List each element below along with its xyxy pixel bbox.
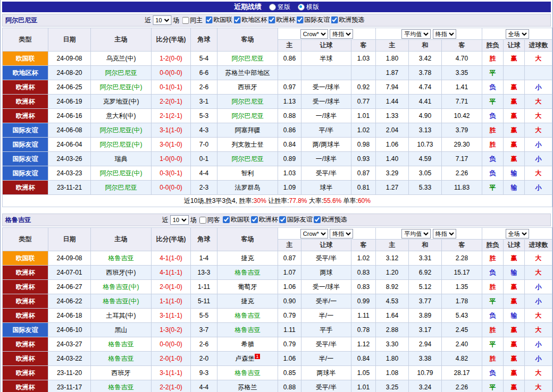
match-row: 欧国联24-09-08乌克兰(中)1-2(0-0)5-4阿尔巴尼亚0.86半球1… — [3, 52, 552, 66]
bookmaker-select[interactable]: Crow* — [300, 229, 328, 238]
avg-stage-select[interactable]: 终指 — [433, 29, 456, 39]
bookmaker-select[interactable]: Crow* — [300, 29, 328, 39]
home-team: 格鲁吉亚(中) — [91, 280, 152, 294]
col-header-handicap: 让球 — [504, 40, 525, 52]
competition-checkbox[interactable] — [233, 16, 240, 23]
same-venue-checkbox[interactable] — [199, 217, 206, 224]
odds-handicap: 受平/半 — [301, 166, 351, 181]
match-score: 1-0(0-0) — [152, 152, 191, 166]
avg-draw: 3.38 — [409, 352, 442, 366]
competition-filter[interactable]: 欧洲预选 — [330, 15, 364, 24]
home-team: 意大利(中) — [91, 109, 152, 123]
corner-score: 4-4 — [191, 166, 217, 181]
odds-handicap: 受平/半 — [301, 337, 351, 352]
col-header-avg-away: 客 — [442, 240, 482, 251]
recent-count-select[interactable]: 10 — [170, 215, 189, 225]
avg-home: 1.20 — [376, 266, 409, 280]
away-team: 格鲁吉亚 — [217, 366, 278, 380]
away-team: 捷克 — [217, 294, 278, 309]
recent-count-select[interactable]: 10 — [153, 15, 171, 25]
away-team: 苏格兰中部地区 — [217, 66, 278, 80]
odds-handicap: 受一/球半 — [301, 280, 351, 294]
col-header-result: 胜负 — [482, 240, 504, 251]
view-option-vertical[interactable]: 竖版 — [269, 3, 290, 12]
match-score: 2-1(2-1) — [152, 109, 191, 123]
view-option-horizontal[interactable]: 横版 — [298, 3, 319, 12]
same-venue-checkbox[interactable] — [182, 17, 189, 24]
match-score: 0-0(0-0) — [152, 337, 191, 352]
match-date: 23-11-17 — [48, 380, 91, 392]
competition-checkbox[interactable] — [331, 16, 338, 23]
match-date: 24-03-26 — [48, 152, 91, 166]
match-row: 欧洲杯24-06-27格鲁吉亚(中)2-0(1-0)1-11葡萄牙1.06受一/… — [3, 280, 552, 294]
away-team: 格鲁吉亚 — [217, 266, 278, 280]
match-type-badge: 欧洲杯 — [3, 266, 48, 280]
odds-away: 0.98 — [351, 138, 376, 152]
same-venue-filter[interactable]: 同客 — [198, 216, 220, 225]
competition-filter[interactable]: 欧洲预选 — [313, 215, 347, 224]
scope-select[interactable]: 全场 — [506, 29, 529, 39]
competition-checkbox[interactable] — [314, 216, 321, 223]
home-team: 西班牙(中) — [91, 266, 152, 280]
col-header-date: 日期 — [48, 28, 91, 52]
avg-draw: 5.12 — [409, 280, 442, 294]
odds-away: 1.01 — [351, 109, 376, 123]
competition-filter[interactable]: 欧国联 — [204, 15, 232, 24]
away-team: 捷克 — [217, 251, 278, 266]
avg-select[interactable]: 平均值 — [401, 229, 431, 238]
competition-filter[interactable]: 国际友谊 — [278, 215, 313, 224]
competition-filter[interactable]: 欧地区杯 — [232, 15, 267, 24]
home-team: 阿尔巴尼亚(中) — [91, 80, 152, 95]
competition-checkbox[interactable] — [279, 216, 286, 223]
goals-result-flag: 小 — [525, 337, 552, 352]
match-date: 24-08-20 — [48, 66, 91, 80]
matches-body: 欧国联24-09-08格鲁吉亚4-1(1-0)1-4捷克0.87受平/半1.02… — [3, 251, 552, 392]
odds-source-header: Crow* 终指 — [278, 28, 376, 40]
odds-away: 0.78 — [351, 323, 376, 337]
avg-away: 2.45 — [442, 323, 482, 337]
competition-filter[interactable]: 欧洲杯 — [250, 215, 278, 224]
competition-filter[interactable]: 欧洲杯 — [267, 15, 295, 24]
avg-home: 1.06 — [376, 138, 409, 152]
competition-filter[interactable]: 国际友谊 — [295, 15, 330, 24]
match-row: 欧洲杯24-06-25阿尔巴尼亚(中)0-1(0-1)2-6西班牙0.97受一/… — [3, 80, 552, 95]
home-team: 瑞典 — [91, 152, 152, 166]
avg-draw: 3.42 — [409, 52, 442, 66]
avg-stage-select[interactable]: 终指 — [433, 229, 456, 238]
odds-stage-select[interactable]: 终指 — [330, 29, 353, 39]
col-header-goals: 进球数 — [525, 40, 552, 52]
avg-home: 3.12 — [376, 251, 409, 266]
odds-stage-select[interactable]: 终指 — [330, 229, 353, 238]
matches-body: 欧国联24-09-08乌克兰(中)1-2(0-0)5-4阿尔巴尼亚0.86半球1… — [3, 52, 552, 195]
avg-source-header: 平均值 终指 — [376, 28, 482, 40]
view-option-label: 横版 — [306, 3, 319, 12]
competition-checkbox[interactable] — [251, 216, 258, 223]
competition-label: 欧洲预选 — [339, 15, 364, 24]
result-flag: 负 — [482, 80, 504, 95]
same-venue-filter[interactable]: 同主 — [181, 16, 203, 25]
odds-away: 1.02 — [351, 251, 376, 266]
result-flag: 胜 — [482, 280, 504, 294]
team-section-albania: 阿尔巴尼亚 近 10 场 同主 欧国联欧地区杯欧洲杯国际友谊欧洲预选 类型 日期… — [2, 14, 551, 207]
away-team: 葡萄牙 — [217, 280, 278, 294]
odds-home: 0.86 — [278, 52, 301, 66]
odds-home: 0.85 — [278, 366, 301, 380]
match-date: 24-06-25 — [48, 80, 91, 95]
competition-checkbox[interactable] — [296, 16, 303, 23]
avg-select[interactable]: 平均值 — [401, 29, 431, 39]
competition-checkbox[interactable] — [205, 16, 212, 23]
away-team: 格鲁吉亚 — [217, 323, 278, 337]
competition-checkbox[interactable] — [223, 216, 230, 223]
result-flag: 胜 — [482, 352, 504, 366]
competition-checkbox[interactable] — [268, 16, 275, 23]
scope-select[interactable]: 全场 — [506, 229, 529, 238]
odds-away: 1.02 — [351, 123, 376, 138]
match-type-badge: 欧洲杯 — [3, 280, 48, 294]
matches-table: 类型 日期 主场 比分(半场) 角球 客场 Crow* 终指 平均值 终指 — [2, 227, 552, 392]
corner-score: 2-0 — [191, 352, 217, 366]
competition-filter[interactable]: 欧国联 — [222, 215, 250, 224]
match-type-badge: 国际友谊 — [3, 166, 48, 181]
goals-result-flag: 大 — [525, 366, 552, 380]
away-team: 列支敦士登 — [217, 138, 278, 152]
col-header-home: 主场 — [91, 228, 152, 251]
